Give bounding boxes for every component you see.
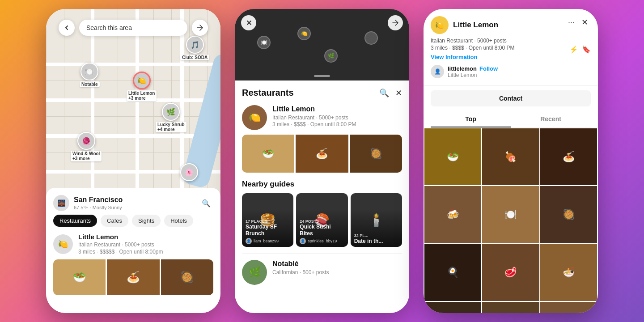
- pin-avatar-shrub: 🌿: [162, 103, 180, 121]
- pin-label-shrub: Lucky Shrub+4 more: [156, 122, 186, 132]
- list-food-photo-1: 🥗: [242, 135, 294, 173]
- grid-photo-1[interactable]: 🥗: [424, 128, 481, 185]
- map-pin-notable[interactable]: 🍽️ Notable: [80, 63, 100, 87]
- guide-author-avatar-1: 👤: [246, 238, 252, 244]
- guide-author-name-2: sprinkles_bby19: [308, 239, 337, 243]
- list-restaurant-photos[interactable]: 🥗 🍝 🥘: [242, 135, 402, 173]
- road: [46, 63, 220, 66]
- list-panel: Restaurants 🔍 ✕ 🍋 Little Lemon Italian R…: [235, 80, 409, 313]
- map-pin-lucky-shrub[interactable]: 🌿 Lucky Shrub+4 more: [156, 103, 186, 132]
- grid-photo-5[interactable]: 🍽️: [482, 186, 539, 243]
- guide-author-avatar-2: 👤: [300, 238, 306, 244]
- follow-button[interactable]: Follow: [479, 65, 498, 72]
- detail-photo-grid[interactable]: 🥗 🍖 🍝 🍻 🍽️ 🥘 🍳 🥩 🍜 🫕 🥣 🍲: [424, 127, 598, 313]
- mini-pin-1: 🍽️: [257, 36, 271, 49]
- list-restaurant-meta2: 3 miles · $$$$ · Open until 8:00 PM: [272, 121, 356, 127]
- mini-pin-soda: Club: SODA: [364, 31, 378, 45]
- list-restaurant-2-info: Notablé Californian · 500+ posts: [272, 260, 329, 275]
- guide-card-3[interactable]: 🕯️ 32 PL... Date in th...: [351, 193, 402, 247]
- list-food-photo-2: 🍝: [296, 135, 348, 173]
- guide-name-1: Saturday SF Brunch: [246, 224, 290, 237]
- detail-screen: 🍋 Little Lemon ··· ✕ Italian Restaurant …: [424, 9, 598, 313]
- detail-meta-line1: Italian Restaurant · 5000+ posts: [431, 38, 591, 44]
- city-name: San Francisco: [74, 196, 123, 204]
- map-bottom-panel: 🌉 San Francisco 67.5°F · Mostly Sunny 🔍 …: [46, 188, 220, 313]
- back-button[interactable]: [59, 20, 75, 36]
- category-pills: Restaurants Cafes Sights Hotels: [53, 215, 213, 227]
- category-sights[interactable]: Sights: [132, 215, 161, 227]
- bookmark-icon[interactable]: 🔖: [582, 45, 591, 54]
- city-details: San Francisco 67.5°F · Mostly Sunny: [74, 196, 123, 210]
- detail-header-actions: ··· ✕: [568, 16, 591, 29]
- restaurant-card[interactable]: 🍋 Little Lemon Italian Restaurant · 5000…: [53, 233, 213, 295]
- guide-places-2: 24 POSTS: [300, 219, 344, 224]
- mini-pin-3: 🌿: [324, 49, 338, 63]
- list-restaurant-2[interactable]: 🌿 Notablé Californian · 500+ posts: [242, 253, 402, 285]
- filter-icon[interactable]: ⚡: [569, 45, 578, 54]
- view-information-link[interactable]: View Information: [431, 54, 591, 60]
- guide-content-2: 24 POSTS Quick Sushi Bites 👤 sprinkles_b…: [300, 219, 344, 244]
- tab-top[interactable]: Top: [431, 111, 511, 127]
- pin-avatar: 🍽️: [80, 63, 98, 80]
- list-nav-button[interactable]: [388, 15, 403, 30]
- detail-tabs: Top Recent: [431, 111, 591, 127]
- grid-photo-6[interactable]: 🥘: [540, 186, 597, 243]
- pin-label-wool: Wind & Wool+3 more: [71, 151, 102, 161]
- grid-photo-7[interactable]: 🍳: [424, 244, 481, 301]
- phone-map: Search this area 🍽️ Notable 🍋 Little Lem…: [46, 9, 220, 313]
- list-mini-map: 🍽️ 🍋 Club: SODA 🌿 ✕: [235, 9, 409, 80]
- detail-user-row: 👤 littlelemon Follow Little Lemon: [431, 65, 591, 78]
- list-close-button[interactable]: ✕: [241, 15, 256, 30]
- grid-photo-8[interactable]: 🥩: [482, 244, 539, 301]
- search-this-area[interactable]: Search this area: [79, 20, 187, 36]
- map-screen: Search this area 🍽️ Notable 🍋 Little Lem…: [46, 9, 220, 313]
- photo-grid-inner: 🥗 🍖 🍝 🍻 🍽️ 🥘 🍳 🥩 🍜 🫕 🥣 🍲: [424, 128, 597, 313]
- pin-label: Notable: [80, 81, 100, 87]
- grid-photo-2[interactable]: 🍖: [482, 128, 539, 185]
- detail-close-button[interactable]: ✕: [578, 16, 591, 29]
- guide-name-2: Quick Sushi Bites: [300, 224, 344, 237]
- guide-content-3: 32 PL... Date in th...: [354, 233, 398, 244]
- search-icon-button[interactable]: 🔍: [199, 196, 213, 210]
- restaurant-avatar: 🍋: [53, 234, 73, 254]
- grid-photo-4[interactable]: 🍻: [424, 186, 481, 243]
- category-cafes[interactable]: Cafes: [101, 215, 128, 227]
- detail-user-avatar: 👤: [431, 65, 444, 78]
- city-avatar: 🌉: [53, 195, 69, 211]
- nearby-guides-title: Nearby guides: [242, 180, 402, 189]
- map-pin-little-lemon[interactable]: 🍋 Little Lemon+3 more: [127, 72, 157, 101]
- restaurant-info: 🍋 Little Lemon Italian Restaurant · 5000…: [53, 233, 213, 255]
- list-actions: 🔍 ✕: [379, 88, 402, 98]
- more-options-icon[interactable]: ···: [568, 18, 575, 27]
- detail-user-info: littlelemon Follow Little Lemon: [448, 65, 498, 78]
- guide-author-2: 👤 sprinkles_bby19: [300, 238, 344, 244]
- map-area[interactable]: Search this area 🍽️ Notable 🍋 Little Lem…: [46, 9, 220, 197]
- list-restaurant-item[interactable]: 🍋 Little Lemon Italian Restaurant · 5000…: [242, 105, 402, 173]
- grid-photo-9[interactable]: 🍜: [540, 244, 597, 301]
- tab-recent[interactable]: Recent: [511, 111, 591, 127]
- grid-photo-12[interactable]: 🍲: [540, 302, 597, 313]
- list-restaurant-meta1: Italian Restaurant · 5000+ posts: [272, 114, 356, 121]
- map-pin-wind-wool[interactable]: 🧶 Wind & Wool+3 more: [71, 132, 102, 161]
- list-restaurant-name: Little Lemon: [272, 105, 356, 113]
- food-photo-1: 🥗: [53, 259, 106, 295]
- navigation-button[interactable]: [192, 20, 208, 36]
- contact-button[interactable]: Contact: [431, 90, 591, 106]
- food-photo-2: 🍝: [107, 259, 159, 295]
- grid-photo-10[interactable]: 🫕: [424, 302, 481, 313]
- restaurant-meta1: Italian Restaurant · 5000+ posts: [78, 242, 163, 248]
- guide-places-3: 32 PL...: [354, 233, 398, 238]
- guide-card-1[interactable]: 🥞 17 PLACES Saturday SF Brunch 👤 liam_be…: [242, 193, 293, 247]
- map-topbar: Search this area: [51, 14, 215, 41]
- grid-photo-3[interactable]: 🍝: [540, 128, 597, 185]
- restaurant-photos[interactable]: 🥗 🍝 🥘: [53, 259, 213, 295]
- category-hotels[interactable]: Hotels: [164, 215, 193, 227]
- list-header: Restaurants 🔍 ✕: [242, 88, 402, 98]
- list-search-icon[interactable]: 🔍: [379, 88, 389, 98]
- guide-card-2[interactable]: 🍣 24 POSTS Quick Sushi Bites 👤 sprinkles…: [296, 193, 347, 247]
- grid-photo-11[interactable]: 🥣: [482, 302, 539, 313]
- category-restaurants[interactable]: Restaurants: [53, 215, 97, 227]
- map-pin-flower[interactable]: 🌸: [180, 163, 198, 181]
- detail-username[interactable]: littlelemon: [448, 65, 477, 72]
- list-close-icon[interactable]: ✕: [395, 88, 402, 98]
